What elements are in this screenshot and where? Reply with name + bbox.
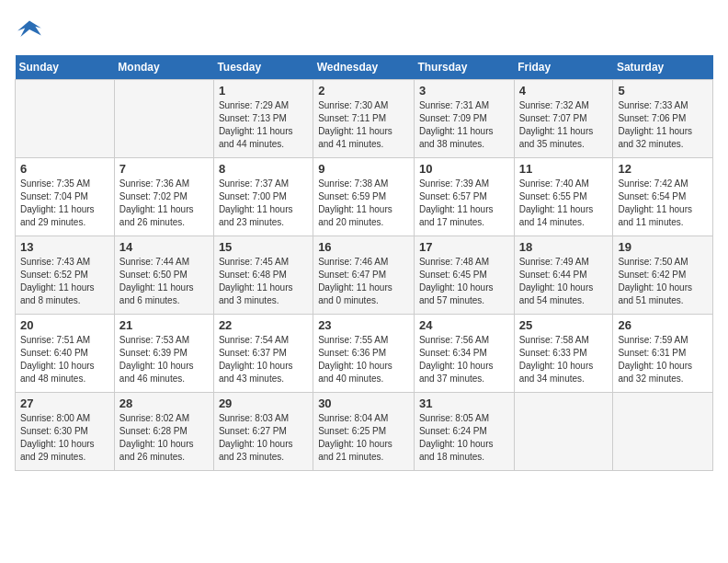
calendar-week-row: 6Sunrise: 7:35 AM Sunset: 7:04 PM Daylig…	[16, 158, 713, 236]
day-info: Sunrise: 7:53 AM Sunset: 6:39 PM Dayligh…	[119, 334, 209, 385]
calendar-cell	[613, 393, 713, 471]
day-number: 27	[20, 396, 109, 410]
day-number: 24	[419, 318, 509, 332]
column-header-monday: Monday	[114, 55, 213, 80]
calendar-cell: 23Sunrise: 7:55 AM Sunset: 6:36 PM Dayli…	[313, 315, 415, 393]
day-number: 31	[419, 396, 509, 410]
day-info: Sunrise: 8:02 AM Sunset: 6:28 PM Dayligh…	[119, 412, 209, 464]
day-number: 7	[119, 162, 209, 176]
calendar-cell: 30Sunrise: 8:04 AM Sunset: 6:25 PM Dayli…	[313, 393, 415, 471]
day-number: 9	[318, 162, 409, 176]
day-number: 6	[20, 162, 109, 176]
calendar-cell: 14Sunrise: 7:44 AM Sunset: 6:50 PM Dayli…	[114, 236, 213, 315]
calendar-cell: 20Sunrise: 7:51 AM Sunset: 6:40 PM Dayli…	[16, 315, 115, 393]
day-info: Sunrise: 7:46 AM Sunset: 6:47 PM Dayligh…	[318, 256, 409, 307]
day-number: 20	[20, 318, 109, 332]
day-info: Sunrise: 7:44 AM Sunset: 6:50 PM Dayligh…	[119, 256, 209, 307]
day-info: Sunrise: 8:03 AM Sunset: 6:27 PM Dayligh…	[219, 412, 308, 464]
logo-icon	[15, 15, 44, 44]
day-info: Sunrise: 7:55 AM Sunset: 6:36 PM Dayligh…	[318, 334, 409, 385]
calendar-cell: 8Sunrise: 7:37 AM Sunset: 7:00 PM Daylig…	[213, 158, 313, 236]
calendar-cell: 24Sunrise: 7:56 AM Sunset: 6:34 PM Dayli…	[414, 315, 514, 393]
calendar-cell: 2Sunrise: 7:30 AM Sunset: 7:11 PM Daylig…	[313, 80, 415, 158]
calendar-cell: 13Sunrise: 7:43 AM Sunset: 6:52 PM Dayli…	[16, 236, 115, 315]
calendar-cell: 17Sunrise: 7:48 AM Sunset: 6:45 PM Dayli…	[414, 236, 514, 315]
day-number: 4	[519, 84, 609, 98]
day-number: 14	[119, 240, 209, 254]
day-number: 3	[419, 84, 509, 98]
day-number: 19	[618, 240, 708, 254]
day-info: Sunrise: 7:51 AM Sunset: 6:40 PM Dayligh…	[20, 334, 109, 385]
calendar-cell: 26Sunrise: 7:59 AM Sunset: 6:31 PM Dayli…	[613, 315, 713, 393]
calendar-cell: 22Sunrise: 7:54 AM Sunset: 6:37 PM Dayli…	[213, 315, 313, 393]
day-info: Sunrise: 7:49 AM Sunset: 6:44 PM Dayligh…	[519, 256, 609, 307]
column-header-thursday: Thursday	[414, 55, 514, 80]
calendar-cell	[114, 80, 213, 158]
calendar-table: SundayMondayTuesdayWednesdayThursdayFrid…	[15, 55, 713, 471]
day-info: Sunrise: 7:36 AM Sunset: 7:02 PM Dayligh…	[119, 178, 209, 229]
day-info: Sunrise: 7:37 AM Sunset: 7:00 PM Dayligh…	[219, 178, 308, 229]
day-number: 30	[318, 396, 409, 410]
day-info: Sunrise: 7:33 AM Sunset: 7:06 PM Dayligh…	[618, 99, 708, 151]
calendar-cell: 29Sunrise: 8:03 AM Sunset: 6:27 PM Dayli…	[213, 393, 313, 471]
day-number: 12	[618, 162, 708, 176]
calendar-week-row: 20Sunrise: 7:51 AM Sunset: 6:40 PM Dayli…	[16, 315, 713, 393]
day-info: Sunrise: 7:30 AM Sunset: 7:11 PM Dayligh…	[318, 99, 409, 151]
day-info: Sunrise: 7:56 AM Sunset: 6:34 PM Dayligh…	[419, 334, 509, 385]
day-number: 10	[419, 162, 509, 176]
day-number: 2	[318, 84, 409, 98]
day-info: Sunrise: 7:45 AM Sunset: 6:48 PM Dayligh…	[219, 256, 308, 307]
calendar-cell: 25Sunrise: 7:58 AM Sunset: 6:33 PM Dayli…	[514, 315, 613, 393]
day-info: Sunrise: 7:32 AM Sunset: 7:07 PM Dayligh…	[519, 99, 609, 151]
calendar-cell: 19Sunrise: 7:50 AM Sunset: 6:42 PM Dayli…	[613, 236, 713, 315]
day-info: Sunrise: 7:50 AM Sunset: 6:42 PM Dayligh…	[618, 256, 708, 307]
column-header-wednesday: Wednesday	[313, 55, 415, 80]
day-number: 15	[219, 240, 308, 254]
page-header	[15, 15, 713, 44]
day-info: Sunrise: 7:38 AM Sunset: 6:59 PM Dayligh…	[318, 178, 409, 229]
calendar-cell	[514, 393, 613, 471]
calendar-cell: 5Sunrise: 7:33 AM Sunset: 7:06 PM Daylig…	[613, 80, 713, 158]
day-number: 8	[219, 162, 308, 176]
calendar-cell: 1Sunrise: 7:29 AM Sunset: 7:13 PM Daylig…	[213, 80, 313, 158]
calendar-cell: 16Sunrise: 7:46 AM Sunset: 6:47 PM Dayli…	[313, 236, 415, 315]
day-info: Sunrise: 7:43 AM Sunset: 6:52 PM Dayligh…	[20, 256, 109, 307]
calendar-week-row: 13Sunrise: 7:43 AM Sunset: 6:52 PM Dayli…	[16, 236, 713, 315]
column-header-friday: Friday	[514, 55, 613, 80]
calendar-cell: 4Sunrise: 7:32 AM Sunset: 7:07 PM Daylig…	[514, 80, 613, 158]
day-info: Sunrise: 8:00 AM Sunset: 6:30 PM Dayligh…	[20, 412, 109, 464]
calendar-header-row: SundayMondayTuesdayWednesdayThursdayFrid…	[16, 55, 713, 80]
day-info: Sunrise: 7:42 AM Sunset: 6:54 PM Dayligh…	[618, 178, 708, 229]
day-info: Sunrise: 7:39 AM Sunset: 6:57 PM Dayligh…	[419, 178, 509, 229]
calendar-cell	[16, 80, 115, 158]
day-info: Sunrise: 7:31 AM Sunset: 7:09 PM Dayligh…	[419, 99, 509, 151]
calendar-cell: 6Sunrise: 7:35 AM Sunset: 7:04 PM Daylig…	[16, 158, 115, 236]
day-info: Sunrise: 7:54 AM Sunset: 6:37 PM Dayligh…	[219, 334, 308, 385]
day-info: Sunrise: 8:05 AM Sunset: 6:24 PM Dayligh…	[419, 412, 509, 464]
calendar-week-row: 27Sunrise: 8:00 AM Sunset: 6:30 PM Dayli…	[16, 393, 713, 471]
calendar-cell: 7Sunrise: 7:36 AM Sunset: 7:02 PM Daylig…	[114, 158, 213, 236]
day-number: 29	[219, 396, 308, 410]
day-number: 5	[618, 84, 708, 98]
day-number: 13	[20, 240, 109, 254]
day-info: Sunrise: 7:59 AM Sunset: 6:31 PM Dayligh…	[618, 334, 708, 385]
day-number: 16	[318, 240, 409, 254]
calendar-cell: 11Sunrise: 7:40 AM Sunset: 6:55 PM Dayli…	[514, 158, 613, 236]
day-info: Sunrise: 8:04 AM Sunset: 6:25 PM Dayligh…	[318, 412, 409, 464]
calendar-cell: 18Sunrise: 7:49 AM Sunset: 6:44 PM Dayli…	[514, 236, 613, 315]
day-info: Sunrise: 7:35 AM Sunset: 7:04 PM Dayligh…	[20, 178, 109, 229]
day-number: 23	[318, 318, 409, 332]
day-number: 25	[519, 318, 609, 332]
day-info: Sunrise: 7:29 AM Sunset: 7:13 PM Dayligh…	[219, 99, 308, 151]
calendar-cell: 28Sunrise: 8:02 AM Sunset: 6:28 PM Dayli…	[114, 393, 213, 471]
calendar-cell: 9Sunrise: 7:38 AM Sunset: 6:59 PM Daylig…	[313, 158, 415, 236]
day-info: Sunrise: 7:40 AM Sunset: 6:55 PM Dayligh…	[519, 178, 609, 229]
logo	[15, 15, 48, 44]
day-info: Sunrise: 7:48 AM Sunset: 6:45 PM Dayligh…	[419, 256, 509, 307]
day-number: 22	[219, 318, 308, 332]
day-number: 11	[519, 162, 609, 176]
calendar-cell: 10Sunrise: 7:39 AM Sunset: 6:57 PM Dayli…	[414, 158, 514, 236]
day-number: 17	[419, 240, 509, 254]
day-number: 1	[219, 84, 308, 98]
column-header-saturday: Saturday	[613, 55, 713, 80]
